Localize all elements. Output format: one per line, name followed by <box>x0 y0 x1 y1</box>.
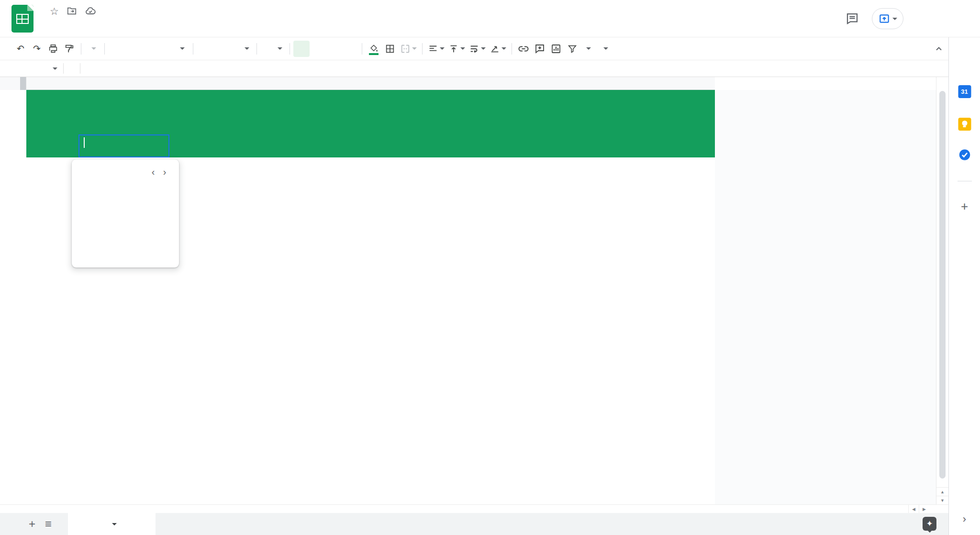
print-button[interactable] <box>45 41 61 57</box>
cell-editor-c2[interactable] <box>78 134 169 157</box>
vertical-align-caret[interactable] <box>460 47 465 52</box>
sheet-tab-bar: + ≡ ✦ <box>0 513 948 535</box>
horizontal-align-caret[interactable] <box>440 47 445 52</box>
present-dropdown-caret[interactable] <box>892 18 897 22</box>
sheet-tab-menu-caret[interactable] <box>112 523 117 528</box>
fill-color-swatch <box>369 53 379 55</box>
format-percent-button[interactable] <box>124 41 141 57</box>
menu-bar <box>42 20 96 35</box>
present-button[interactable] <box>872 8 903 29</box>
vertical-align-button[interactable] <box>446 41 467 57</box>
insert-chart-button[interactable] <box>548 41 564 57</box>
logo-grid-icon <box>16 14 29 24</box>
share-button[interactable] <box>916 8 950 29</box>
lock-icon <box>926 14 935 23</box>
italic-button[interactable] <box>310 41 326 57</box>
scroll-left-button[interactable]: ◀ <box>908 505 919 513</box>
name-box-caret[interactable] <box>53 67 57 72</box>
vertical-scrollbar-thumb[interactable] <box>939 91 946 479</box>
decrease-decimal-button[interactable] <box>141 41 157 57</box>
text-wrap-button[interactable] <box>467 41 488 57</box>
merge-dropdown-caret[interactable] <box>412 47 417 52</box>
filter-button[interactable] <box>564 41 580 57</box>
side-panel: 31 + › <box>948 37 980 535</box>
scroll-down-button[interactable]: ▼ <box>936 496 948 504</box>
show-side-panel-icon[interactable]: › <box>963 513 966 525</box>
top-bar: ☆ <box>0 0 980 37</box>
zoom-select[interactable] <box>85 41 101 57</box>
filter-views-caret[interactable] <box>580 41 597 57</box>
cloud-status-icon[interactable] <box>85 5 96 17</box>
insert-comment-button[interactable] <box>532 41 548 57</box>
number-format-button[interactable] <box>173 41 189 57</box>
move-folder-icon[interactable] <box>67 6 77 16</box>
calendar-icon[interactable]: 31 <box>958 85 971 98</box>
toolbar: ↶ ↷ <box>0 37 948 60</box>
increase-decimal-button[interactable] <box>157 41 173 57</box>
column-headers <box>0 77 715 90</box>
text-color-button[interactable] <box>342 41 358 57</box>
add-sheet-button[interactable]: + <box>24 516 40 532</box>
sidebar-divider <box>958 181 972 181</box>
get-add-ons-button[interactable]: + <box>961 199 968 214</box>
explore-button[interactable]: ✦ <box>923 517 936 531</box>
spreadsheet-grid: ‹ › ▲ ▼ ◀ ▶ <box>0 77 948 513</box>
all-sheets-button[interactable]: ≡ <box>40 516 56 532</box>
sheets-logo[interactable] <box>11 5 33 33</box>
insert-link-button[interactable] <box>515 41 532 57</box>
redo-button[interactable]: ↷ <box>29 41 45 57</box>
scroll-right-button[interactable]: ▶ <box>919 505 929 513</box>
horizontal-scrollbar[interactable]: ◀ ▶ <box>0 504 948 513</box>
merge-cells-button[interactable] <box>398 41 419 57</box>
google-sheets-app: ☆ <box>0 0 980 535</box>
keep-icon[interactable] <box>958 118 971 131</box>
fill-color-button[interactable] <box>366 41 382 57</box>
logo-fold <box>27 5 33 11</box>
sheet-tab-daily-schedule[interactable] <box>68 513 156 535</box>
strikethrough-button[interactable] <box>326 41 342 57</box>
bold-button[interactable] <box>293 41 310 57</box>
format-currency-button[interactable] <box>108 41 124 57</box>
name-box[interactable] <box>0 65 63 72</box>
paint-format-button[interactable] <box>61 41 78 57</box>
functions-button[interactable] <box>597 41 613 57</box>
borders-button[interactable] <box>382 41 398 57</box>
collapse-toolbar-icon[interactable] <box>933 43 945 55</box>
comment-history-icon[interactable] <box>845 11 859 26</box>
scroll-up-button[interactable]: ▲ <box>936 487 948 496</box>
sheet-header-banner[interactable] <box>26 90 715 157</box>
font-size-select[interactable] <box>260 41 286 57</box>
prev-month-icon[interactable]: ‹ <box>147 167 159 178</box>
undo-button[interactable]: ↶ <box>12 41 29 57</box>
font-family-select[interactable] <box>197 41 253 57</box>
next-month-icon[interactable]: › <box>159 167 170 178</box>
star-icon[interactable]: ☆ <box>50 6 59 16</box>
text-rotate-caret[interactable] <box>501 47 506 52</box>
text-rotate-button[interactable] <box>488 41 508 57</box>
date-picker: ‹ › <box>72 159 179 268</box>
text-cursor <box>84 137 85 148</box>
tasks-icon[interactable] <box>958 148 971 161</box>
formula-bar <box>0 60 948 77</box>
text-wrap-caret[interactable] <box>481 47 486 52</box>
horizontal-align-button[interactable] <box>426 41 446 57</box>
vertical-scrollbar[interactable]: ▲ ▼ <box>936 77 948 504</box>
select-all-corner[interactable] <box>0 77 26 90</box>
